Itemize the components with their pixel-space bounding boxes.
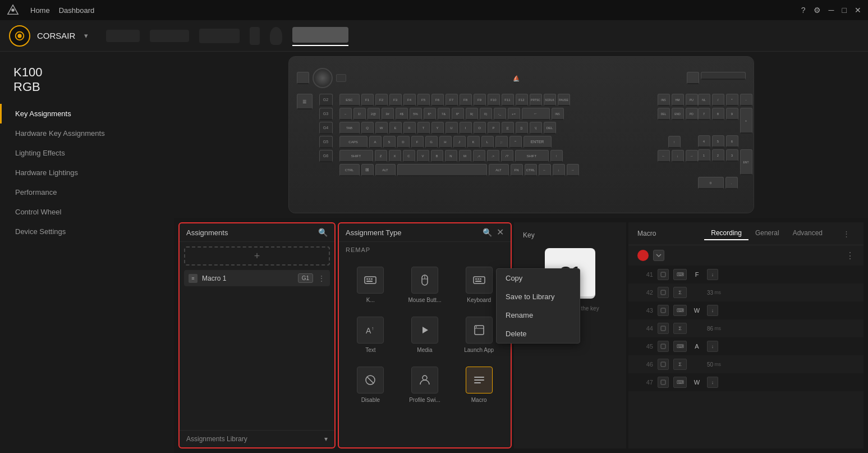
- device-thumb-3[interactable]: [199, 26, 240, 46]
- kb-scrlk[interactable]: SCRLK: [544, 94, 556, 106]
- kb-f12[interactable]: F12: [516, 94, 528, 106]
- kb-backslash[interactable]: \|: [530, 122, 542, 134]
- sidebar-item-lighting-effects[interactable]: Lighting Effects: [0, 143, 174, 163]
- device-thumb-keyboard[interactable]: [292, 26, 348, 46]
- kb-np-mul[interactable]: *: [726, 94, 738, 106]
- kb-np8[interactable]: 8: [712, 108, 724, 120]
- type-item-media[interactable]: Media: [400, 312, 450, 358]
- macro-row-45-ctrl[interactable]: [658, 341, 669, 352]
- sidebar-item-device-settings[interactable]: Device Settings: [0, 222, 174, 241]
- kb-minus[interactable]: -_: [494, 108, 506, 120]
- kb-stop-btn[interactable]: [297, 72, 309, 84]
- kb-np-dot[interactable]: .: [725, 177, 738, 189]
- kb-semicolon[interactable]: ;:: [495, 136, 508, 148]
- kb-slash[interactable]: /?: [501, 150, 513, 162]
- kb-g6[interactable]: G6: [319, 150, 333, 162]
- kb-f8[interactable]: F8: [460, 94, 472, 106]
- expand-button[interactable]: [653, 250, 664, 261]
- kb-pgdn[interactable]: PD: [686, 108, 698, 120]
- kb-t[interactable]: T: [417, 122, 430, 134]
- kb-lbracket[interactable]: [{: [502, 122, 514, 134]
- kb-v[interactable]: V: [417, 150, 429, 162]
- kb-prtsc[interactable]: PRTSC: [530, 94, 542, 106]
- type-item-text[interactable]: A↑ Text: [346, 312, 396, 358]
- kb-g5[interactable]: G5: [319, 136, 333, 148]
- sidebar-item-performance[interactable]: Performance: [0, 182, 174, 202]
- kb-leftarrow[interactable]: ←: [539, 164, 551, 176]
- macro-row-41-ctrl[interactable]: [658, 269, 669, 280]
- kb-6[interactable]: 6^: [424, 108, 436, 120]
- kb-n[interactable]: N: [445, 150, 457, 162]
- kb-control-wheel[interactable]: [313, 68, 333, 88]
- kb-np9[interactable]: 9: [726, 108, 738, 120]
- kb-comma[interactable]: ,<: [473, 150, 485, 162]
- kb-space[interactable]: [397, 164, 487, 176]
- kb-f2[interactable]: F2: [375, 94, 388, 106]
- kb-np-sub[interactable]: -: [740, 94, 752, 106]
- sidebar-item-hardware-key-assignments[interactable]: Hardware Key Assignments: [0, 123, 174, 143]
- kb-r[interactable]: R: [403, 122, 416, 134]
- kb-f5[interactable]: F5: [417, 94, 430, 106]
- macro-tab-recording[interactable]: Recording: [704, 227, 748, 240]
- kb-j[interactable]: J: [453, 136, 466, 148]
- kb-d[interactable]: D: [397, 136, 410, 148]
- kb-list-icon[interactable]: ≡: [297, 94, 313, 109]
- kb-y[interactable]: Y: [431, 122, 444, 134]
- kb-g3[interactable]: G3: [319, 108, 333, 120]
- kb-np-div[interactable]: /: [712, 94, 724, 106]
- kb-4[interactable]: 4$: [396, 108, 408, 120]
- kb-lctrl[interactable]: CTRL: [339, 164, 360, 176]
- kb-f1[interactable]: F1: [361, 94, 374, 106]
- kb-end[interactable]: END: [672, 108, 684, 120]
- kb-l[interactable]: L: [481, 136, 494, 148]
- kb-f[interactable]: F: [411, 136, 424, 148]
- kb-1[interactable]: 1!: [353, 108, 366, 120]
- context-menu-delete[interactable]: Delete: [497, 324, 580, 343]
- kb-k[interactable]: K: [467, 136, 480, 148]
- kb-rshift[interactable]: SHIFT: [515, 150, 549, 162]
- maximize-button[interactable]: □: [842, 6, 847, 15]
- kb-vol-slider[interactable]: [701, 72, 746, 80]
- device-thumb-4[interactable]: [250, 26, 260, 46]
- kb-2[interactable]: 2@: [368, 108, 380, 120]
- kb-tab[interactable]: TAB: [339, 122, 360, 134]
- kb-7[interactable]: 7&: [438, 108, 450, 120]
- kb-right[interactable]: →: [686, 150, 698, 162]
- type-item-mouse-button[interactable]: Mouse Butt...: [400, 262, 450, 308]
- kb-np3[interactable]: 3: [726, 149, 738, 162]
- help-icon[interactable]: ?: [801, 6, 806, 15]
- kb-m[interactable]: M: [459, 150, 471, 162]
- kb-play-btn[interactable]: [336, 74, 346, 82]
- context-menu-save-to-library[interactable]: Save to Library: [497, 287, 580, 306]
- kb-q[interactable]: Q: [361, 122, 374, 134]
- kb-np5[interactable]: 5: [712, 135, 724, 148]
- kb-o[interactable]: O: [474, 122, 486, 134]
- type-item-profile-switch[interactable]: Profile Swi...: [400, 362, 450, 408]
- kb-s[interactable]: S: [383, 136, 396, 148]
- kb-up[interactable]: ↑: [668, 136, 681, 148]
- kb-c[interactable]: C: [403, 150, 415, 162]
- minimize-button[interactable]: ─: [829, 6, 834, 15]
- kb-equals[interactable]: +=: [508, 108, 520, 120]
- kb-np-add[interactable]: +: [740, 108, 752, 134]
- kb-lalt[interactable]: ALT: [375, 164, 396, 176]
- macro-row-46-ctrl[interactable]: [658, 359, 669, 370]
- kb-left[interactable]: ←: [658, 150, 670, 162]
- kb-ins2[interactable]: INS: [658, 94, 670, 106]
- kb-ins[interactable]: INS: [552, 108, 564, 120]
- kb-g[interactable]: G: [425, 136, 438, 148]
- sidebar-item-hardware-lightings[interactable]: Hardware Lightings: [0, 163, 174, 182]
- sidebar-item-control-wheel[interactable]: Control Wheel: [0, 202, 174, 222]
- kb-x[interactable]: X: [389, 150, 401, 162]
- kb-down[interactable]: ↓: [672, 150, 684, 162]
- macro-tab-advanced[interactable]: Advanced: [786, 227, 829, 240]
- kb-vol-down[interactable]: [687, 72, 699, 84]
- kb-rctrl[interactable]: CTRL: [525, 164, 537, 176]
- kb-i[interactable]: I: [460, 122, 472, 134]
- kb-rightarrow[interactable]: →: [567, 164, 579, 176]
- macro-row-44-ctrl[interactable]: [658, 323, 669, 334]
- kb-numlk[interactable]: NL: [698, 94, 710, 106]
- record-button[interactable]: [637, 250, 649, 261]
- nav-dashboard[interactable]: Dashboard: [59, 6, 95, 15]
- context-menu-copy[interactable]: Copy: [497, 269, 580, 287]
